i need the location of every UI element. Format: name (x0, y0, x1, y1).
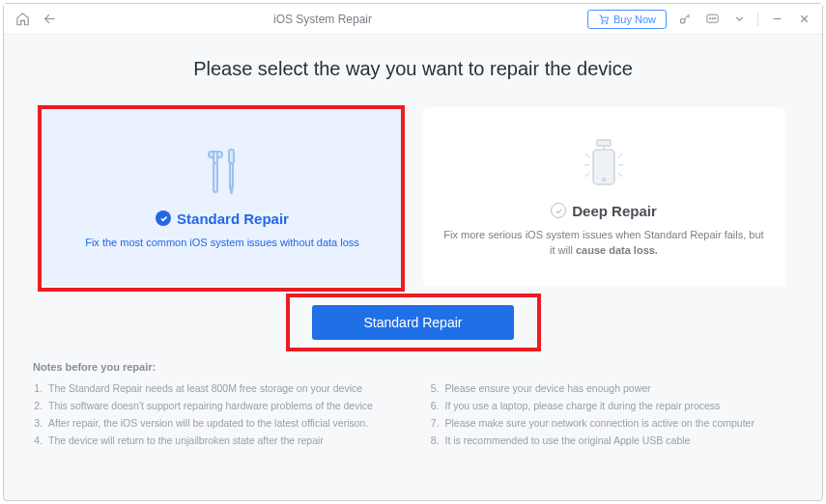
check-icon (551, 203, 566, 218)
svg-rect-8 (214, 163, 217, 192)
highlight-action (286, 294, 541, 351)
check-icon (156, 210, 171, 226)
titlebar: iOS System Repair Buy Now (4, 4, 822, 35)
window-title: iOS System Repair (66, 13, 580, 26)
device-icon (580, 135, 628, 193)
svg-point-1 (606, 22, 608, 24)
feedback-icon[interactable] (703, 11, 721, 28)
deep-repair-desc: Fix more serious iOS system issues when … (442, 227, 766, 259)
notes-title: Notes before you repair: (31, 361, 795, 373)
cart-icon (598, 14, 610, 25)
note-item: 4.The device will return to the unjailbr… (31, 433, 399, 450)
repair-options: Standard Repair Fix the most common iOS … (31, 107, 795, 286)
svg-point-5 (711, 18, 712, 19)
note-item: 1.The Standard Repair needs at least 800… (31, 380, 399, 398)
note-item: 8.It is recommended to use the original … (428, 433, 796, 450)
note-item: 5.Please ensure your device has enough p… (428, 380, 796, 398)
standard-repair-title: Standard Repair (177, 210, 289, 227)
standard-repair-card[interactable]: Standard Repair Fix the most common iOS … (42, 107, 404, 286)
svg-rect-13 (597, 140, 611, 146)
back-icon[interactable] (41, 11, 58, 28)
note-item: 7.Please make sure your network connecti… (428, 415, 796, 433)
deep-repair-card[interactable]: Deep Repair Fix more serious iOS system … (423, 107, 785, 286)
svg-rect-7 (214, 152, 217, 163)
key-icon[interactable] (676, 11, 694, 28)
deep-repair-title: Deep Repair (572, 203, 657, 219)
svg-rect-10 (230, 163, 233, 186)
notes-section: 1.The Standard Repair needs at least 800… (31, 380, 795, 449)
svg-rect-9 (229, 150, 234, 163)
svg-point-6 (714, 18, 715, 19)
content-area: Please select the way you want to repair… (4, 35, 822, 500)
page-title: Please select the way you want to repair… (31, 58, 795, 80)
standard-card-wrap: Standard Repair Fix the most common iOS … (42, 107, 404, 286)
app-window: iOS System Repair Buy Now (3, 3, 823, 501)
minimize-icon[interactable] (768, 11, 785, 28)
home-icon[interactable] (14, 11, 31, 28)
divider (757, 13, 758, 26)
note-item: 2.This software doesn't support repairin… (31, 398, 399, 415)
deep-card-wrap: Deep Repair Fix more serious iOS system … (423, 107, 785, 286)
chevron-down-icon[interactable] (730, 11, 748, 28)
svg-point-12 (602, 178, 606, 182)
buy-now-button[interactable]: Buy Now (587, 10, 667, 29)
buy-now-label: Buy Now (613, 14, 656, 25)
note-item: 3.After repair, the iOS version will be … (31, 415, 399, 433)
svg-point-2 (680, 18, 685, 23)
svg-point-0 (602, 22, 604, 24)
svg-point-4 (709, 18, 710, 19)
tools-icon (202, 143, 242, 201)
standard-repair-desc: Fix the most common iOS system issues wi… (85, 235, 359, 251)
close-icon[interactable] (795, 11, 812, 28)
note-item: 6.If you use a laptop, please charge it … (428, 398, 796, 415)
action-row: Standard Repair (31, 305, 795, 340)
